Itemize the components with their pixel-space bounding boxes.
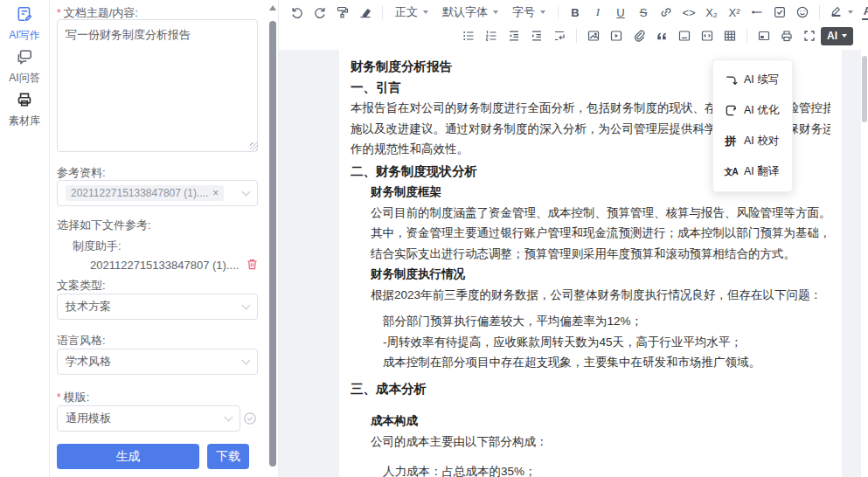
scrollbar-thumb[interactable] xyxy=(269,21,276,467)
highlight-color-dropdown[interactable] xyxy=(825,2,858,23)
table-icon[interactable] xyxy=(719,26,740,45)
subscript-icon[interactable]: X₂ xyxy=(701,3,722,22)
numbered-list-icon[interactable] xyxy=(481,26,502,45)
line-break-icon[interactable] xyxy=(549,26,570,45)
blockquote-icon[interactable] xyxy=(651,26,672,45)
file-section-label: 选择如下文件参考: xyxy=(57,218,151,233)
menu-item-label: AI 续写 xyxy=(744,73,779,87)
font-family-dropdown[interactable]: 默认字体 xyxy=(435,2,505,23)
panel-view-icon[interactable] xyxy=(753,26,774,45)
undo-icon[interactable] xyxy=(287,3,308,22)
sidebar-item-ai-qa[interactable]: AI问答 xyxy=(0,43,49,86)
emoji-icon[interactable] xyxy=(792,3,813,22)
chevron-down-icon xyxy=(242,188,251,197)
caret-down-icon xyxy=(423,10,428,14)
menu-item-label: AI 翻译 xyxy=(744,164,779,179)
generate-button[interactable]: 生成 xyxy=(57,444,199,469)
format-painter-icon[interactable] xyxy=(332,3,353,22)
style-select[interactable]: 学术风格 xyxy=(57,349,258,375)
font-color-icon: A xyxy=(862,4,868,21)
ai-translate-icon: 文A xyxy=(724,166,738,178)
panel-scrollbar[interactable] xyxy=(267,0,278,477)
redo-icon[interactable] xyxy=(309,3,330,22)
document-line: 成本控制在部分项目中存在超支现象，主要集中在研发和市场推广领域。 xyxy=(351,352,830,373)
ai-menu-button[interactable]: AI xyxy=(821,27,853,45)
video-icon[interactable] xyxy=(606,26,627,45)
bulleted-list-icon[interactable] xyxy=(458,26,479,45)
font-color-dropdown[interactable]: A xyxy=(858,2,868,23)
sidebar-item-ai-write[interactable]: AI写作 xyxy=(0,0,49,43)
underline-icon[interactable]: U xyxy=(610,3,631,22)
ai-continue-icon xyxy=(724,73,738,86)
generation-form: *文档主题/内容: 写一份财务制度分析报告 参考资料: 202112271513… xyxy=(50,0,267,477)
toolbar-row-2: AI xyxy=(279,24,868,47)
editor-scrollbar[interactable] xyxy=(861,50,868,477)
clear-format-icon[interactable] xyxy=(355,3,376,22)
fullscreen-icon[interactable] xyxy=(799,26,820,45)
image-icon[interactable] xyxy=(583,26,604,45)
doc-type-value: 技术方案 xyxy=(66,299,111,315)
reference-file-tag: 2021122715133847807 (1).... × xyxy=(66,185,224,201)
outdent-icon[interactable] xyxy=(503,26,524,45)
italic-icon[interactable]: I xyxy=(587,3,608,22)
tag-remove-icon[interactable]: × xyxy=(212,187,219,199)
sidebar-item-label: AI问答 xyxy=(0,71,49,86)
font-size-dropdown[interactable]: 字号 xyxy=(505,2,552,23)
task-list-icon[interactable] xyxy=(769,3,790,22)
paragraph-style-dropdown[interactable]: 正文 xyxy=(388,2,435,23)
menu-item-ai-continue[interactable]: AI 续写 xyxy=(713,65,792,95)
template-select[interactable]: 通用模板 xyxy=(57,405,240,432)
link-icon[interactable] xyxy=(656,3,677,22)
library-icon xyxy=(16,96,33,111)
sidebar-item-label: AI写作 xyxy=(0,28,49,43)
document-line: 其中，资金管理主要通过银行账户管理和现金流预测进行；成本控制以部门预算为基础， xyxy=(351,223,830,244)
caret-down-icon xyxy=(842,34,847,38)
check-circle-icon[interactable] xyxy=(243,411,257,428)
sidebar-item-library[interactable]: 素材库 xyxy=(0,86,49,128)
document-line: -周转效率有待提高，应收账款周转天数为45天，高于行业平均水平； xyxy=(351,332,830,353)
chevron-down-icon xyxy=(225,413,233,422)
menu-item-label: AI 校对 xyxy=(744,134,779,149)
ai-proofread-icon: 拼 xyxy=(724,134,738,149)
left-nav: AI写作 AI问答 素材库 xyxy=(0,0,50,477)
highlight-pen-icon xyxy=(830,4,843,20)
ai-write-icon xyxy=(16,10,33,25)
required-asterisk: * xyxy=(57,391,61,404)
bold-icon[interactable]: B xyxy=(565,3,586,22)
document-line: 三、成本分析 xyxy=(351,379,830,400)
textarea-resize-handle[interactable] xyxy=(250,142,258,150)
template-value: 通用模板 xyxy=(66,411,111,426)
horizontal-rule-icon[interactable] xyxy=(746,3,767,22)
menu-item-ai-optimize[interactable]: AI 优化 xyxy=(713,95,792,126)
toolbar-divider xyxy=(558,5,559,19)
print-icon[interactable] xyxy=(776,26,797,45)
chevron-down-icon xyxy=(242,301,251,310)
toolbar-divider xyxy=(382,5,383,19)
delete-file-icon[interactable] xyxy=(246,258,259,274)
reference-select[interactable]: 2021122715133847807 (1).... × xyxy=(57,180,258,206)
ai-dropdown-menu: AI 续写 AI 优化 拼 AI 校对 文A AI 翻译 xyxy=(712,59,793,192)
attachment-icon[interactable] xyxy=(628,26,649,45)
doc-type-select[interactable]: 技术方案 xyxy=(57,294,258,320)
strikethrough-icon[interactable]: S xyxy=(633,3,654,22)
download-button[interactable]: 下载 xyxy=(207,444,249,469)
toolbar-divider xyxy=(576,29,577,43)
menu-item-ai-translate[interactable]: 文A AI 翻译 xyxy=(713,156,792,187)
doc-type-label: 文案类型: xyxy=(57,278,106,294)
editor-toolbar: 正文 默认字体 字号 B I U S <> X₂ X² xyxy=(279,0,868,50)
topic-textarea[interactable]: 写一份财务制度分析报告 xyxy=(57,19,258,152)
scroll-up-arrow-icon[interactable] xyxy=(269,5,276,10)
sidebar-item-label: 素材库 xyxy=(0,114,49,128)
toolbar-divider xyxy=(746,29,747,43)
code-block-icon[interactable] xyxy=(697,26,718,45)
style-value: 学术风格 xyxy=(66,354,111,370)
divider-block-icon[interactable] xyxy=(674,26,695,45)
document-line: 部分部门预算执行偏差较大，平均偏差率为12%； xyxy=(351,311,830,332)
inline-code-icon[interactable]: <> xyxy=(678,3,699,22)
scrollbar-thumb[interactable] xyxy=(862,56,867,122)
caret-down-icon xyxy=(493,10,498,14)
superscript-icon[interactable]: X² xyxy=(724,3,745,22)
ai-chat-icon xyxy=(16,53,33,68)
indent-icon[interactable] xyxy=(526,26,547,45)
menu-item-ai-proofread[interactable]: 拼 AI 校对 xyxy=(713,126,792,156)
